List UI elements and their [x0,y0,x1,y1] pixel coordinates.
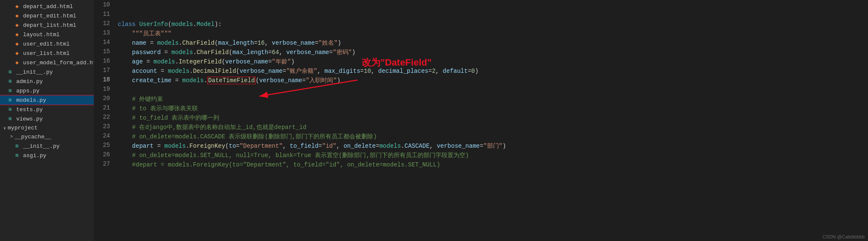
file-label: asgi.py [23,152,46,159]
line-number-12: 12 [94,19,114,28]
line-number-13: 13 [94,28,114,37]
code-line-22: # to_field 表示表中的哪一列 [118,113,868,123]
py-file-icon: ≋ [7,78,14,85]
code-line-17: account = models.DecimalField(verbose_na… [118,66,868,76]
sidebar-item-views-py[interactable]: ≋views.py [0,114,94,123]
file-explorer: ◆depart_add.html◆depart_edit.html◆depart… [0,0,94,241]
file-label: tests.py [16,106,43,113]
code-content[interactable]: class UserInfo(models.Model): """员工表""" … [114,0,868,241]
html-file-icon: ◆ [14,59,20,66]
file-label: __init__.py [23,143,60,149]
code-area: 101112131415161718192021222324252627 cla… [94,0,868,241]
subfolder-label: __pycache__ [15,134,51,140]
file-label: user_edit.html [23,41,70,47]
sidebar-item---init---py[interactable]: ≋__init__.py [0,67,94,77]
chevron-right-icon: > [10,135,13,139]
py-file-icon: ≋ [7,69,14,75]
line-number-22: 22 [94,112,114,122]
py-file-icon: ≋ [7,97,14,103]
sidebar-item-depart-list-html[interactable]: ◆depart_list.html [0,20,94,30]
file-label: user_list.html [23,50,70,57]
line-number-20: 20 [94,94,114,103]
line-number-19: 19 [94,84,114,94]
code-line-18: create_time = models.DateTimeField(verbo… [118,76,868,85]
watermark: CSDN @Calebbbbb [822,234,865,239]
file-label: layout.html [23,32,60,38]
file-label: __init__.py [16,69,53,75]
sidebar-item---init---py[interactable]: ≋__init__.py [0,141,94,151]
file-label: depart_list.html [23,22,76,29]
line-number-10: 10 [94,0,114,9]
sidebar-item-apps-py[interactable]: ≋apps.py [0,86,94,95]
line-number-11: 11 [94,9,114,19]
code-line-19 [118,85,868,95]
html-file-icon: ◆ [14,22,20,29]
line-number-18: 18 [94,75,114,84]
py-file-icon: ≋ [14,143,20,149]
code-line-25: depart = models.ForeignKey(to="Departmen… [118,141,868,151]
chevron-icon: ∨ [3,126,6,131]
line-number-17: 17 [94,66,114,75]
line-number-21: 21 [94,103,114,112]
folder-label: myproject [8,125,38,131]
code-line-10 [118,1,868,10]
file-label: depart_edit.html [23,13,76,19]
file-label: admin.py [16,78,43,85]
code-editor: 101112131415161718192021222324252627 cla… [94,0,868,241]
line-number-15: 15 [94,47,114,56]
code-line-24: # on_delete=models.CASCADE 表示级联删除(删除部门,部… [118,132,868,141]
code-line-12: class UserInfo(models.Model): [118,20,868,29]
code-line-11 [118,10,868,20]
html-file-icon: ◆ [14,12,20,19]
html-file-icon: ◆ [14,40,20,47]
sidebar-item-admin-py[interactable]: ≋admin.py [0,77,94,86]
code-line-26: # on_delete=models.SET_NULL, null=True, … [118,151,868,160]
sidebar-item-depart-add-html[interactable]: ◆depart_add.html [0,2,94,11]
line-number-14: 14 [94,37,114,47]
file-label: apps.py [16,88,40,94]
line-number-25: 25 [94,141,114,150]
sidebar-item-asgi-py[interactable]: ≋asgi.py [0,151,94,160]
line-number-16: 16 [94,56,114,66]
code-line-20: # 外键约束 [118,95,868,104]
line-number-27: 27 [94,159,114,169]
sidebar-item-user-edit-html[interactable]: ◆user_edit.html [0,39,94,49]
html-file-icon: ◆ [14,50,20,57]
html-file-icon: ◆ [14,3,20,10]
line-number-23: 23 [94,122,114,131]
code-line-16: age = models.IntegerField(verbose_name="… [118,57,868,66]
file-label: depart_add.html [23,3,73,10]
sidebar-item-layout-html[interactable]: ◆layout.html [0,30,94,39]
code-line-15: password = models.CharField(max_length=6… [118,48,868,57]
sidebar-item-myproject[interactable]: ∨myproject [0,123,94,132]
code-line-21: # to 表示与哪张表关联 [118,104,868,113]
sidebar-item-depart-edit-html[interactable]: ◆depart_edit.html [0,11,94,20]
sidebar-item-tests-py[interactable]: ≋tests.py [0,105,94,114]
py-file-icon: ≋ [7,115,14,122]
code-line-13: """员工表""" [118,29,868,38]
sidebar-item---pycache--[interactable]: >__pycache__ [0,132,94,141]
file-label: views.py [16,116,43,122]
py-file-icon: ≋ [7,106,14,113]
py-file-icon: ≋ [7,87,14,94]
line-number-24: 24 [94,131,114,141]
sidebar-item-models-py[interactable]: ≋models.py [0,95,94,105]
py-file-icon: ≋ [14,152,20,159]
sidebar-item-user-list-html[interactable]: ◆user_list.html [0,49,94,58]
line-number-26: 26 [94,150,114,159]
line-numbers: 101112131415161718192021222324252627 [94,0,114,241]
code-line-14: name = models.CharField(max_length=16, v… [118,38,868,48]
html-file-icon: ◆ [14,31,20,38]
code-line-23: # 在django中,数据表中的名称自动加上_id,也就是depart_id [118,123,868,132]
file-label: user_model_form_add.html [23,60,94,66]
code-line-27: #depart = models.ForeignKey(to="Departme… [118,160,868,169]
file-label: models.py [16,97,46,103]
sidebar-item-user-model-form-add-html[interactable]: ◆user_model_form_add.html [0,58,94,67]
